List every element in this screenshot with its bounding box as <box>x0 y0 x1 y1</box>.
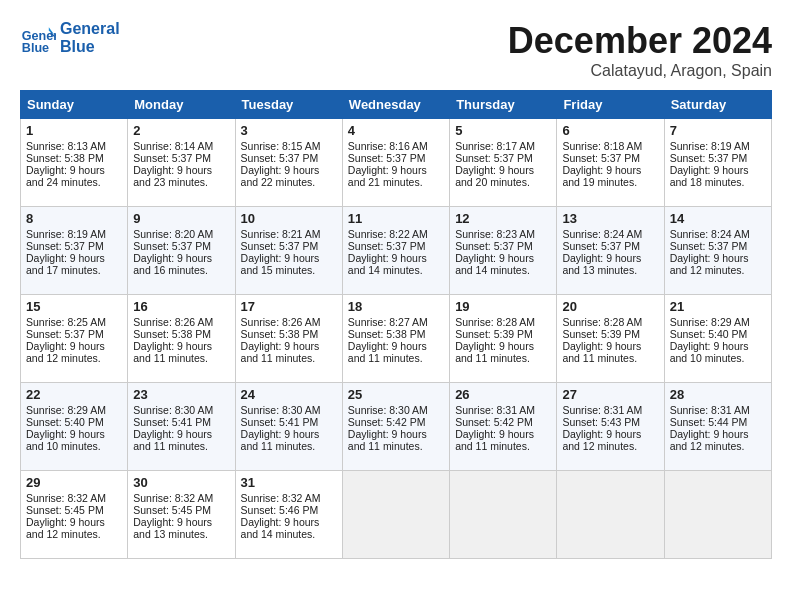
daylight-label: Daylight: 9 hours and 11 minutes. <box>455 340 534 364</box>
daylight-label: Daylight: 9 hours and 11 minutes. <box>348 340 427 364</box>
sunrise-label: Sunrise: 8:19 AM <box>670 140 750 152</box>
calendar-cell: 10Sunrise: 8:21 AMSunset: 5:37 PMDayligh… <box>235 207 342 295</box>
sunset-label: Sunset: 5:39 PM <box>455 328 533 340</box>
sunset-label: Sunset: 5:37 PM <box>241 152 319 164</box>
calendar-cell: 13Sunrise: 8:24 AMSunset: 5:37 PMDayligh… <box>557 207 664 295</box>
day-number: 5 <box>455 123 551 138</box>
calendar-cell: 6Sunrise: 8:18 AMSunset: 5:37 PMDaylight… <box>557 119 664 207</box>
daylight-label: Daylight: 9 hours and 11 minutes. <box>241 340 320 364</box>
calendar-cell: 22Sunrise: 8:29 AMSunset: 5:40 PMDayligh… <box>21 383 128 471</box>
title-area: December 2024 Calatayud, Aragon, Spain <box>508 20 772 80</box>
daylight-label: Daylight: 9 hours and 12 minutes. <box>562 428 641 452</box>
day-number: 2 <box>133 123 229 138</box>
week-row-3: 15Sunrise: 8:25 AMSunset: 5:37 PMDayligh… <box>21 295 772 383</box>
sunrise-label: Sunrise: 8:32 AM <box>133 492 213 504</box>
calendar-cell: 5Sunrise: 8:17 AMSunset: 5:37 PMDaylight… <box>450 119 557 207</box>
sunset-label: Sunset: 5:37 PM <box>133 152 211 164</box>
logo-text: General Blue <box>60 20 120 56</box>
sunset-label: Sunset: 5:37 PM <box>455 240 533 252</box>
sunset-label: Sunset: 5:38 PM <box>348 328 426 340</box>
sunset-label: Sunset: 5:37 PM <box>241 240 319 252</box>
daylight-label: Daylight: 9 hours and 11 minutes. <box>562 340 641 364</box>
daylight-label: Daylight: 9 hours and 13 minutes. <box>133 516 212 540</box>
sunrise-label: Sunrise: 8:29 AM <box>26 404 106 416</box>
sunset-label: Sunset: 5:37 PM <box>562 152 640 164</box>
sunrise-label: Sunrise: 8:29 AM <box>670 316 750 328</box>
sunset-label: Sunset: 5:45 PM <box>133 504 211 516</box>
sunrise-label: Sunrise: 8:25 AM <box>26 316 106 328</box>
daylight-label: Daylight: 9 hours and 22 minutes. <box>241 164 320 188</box>
month-title: December 2024 <box>508 20 772 62</box>
calendar-cell: 19Sunrise: 8:28 AMSunset: 5:39 PMDayligh… <box>450 295 557 383</box>
day-header-row: Sunday Monday Tuesday Wednesday Thursday… <box>21 91 772 119</box>
day-number: 17 <box>241 299 337 314</box>
calendar-cell: 24Sunrise: 8:30 AMSunset: 5:41 PMDayligh… <box>235 383 342 471</box>
daylight-label: Daylight: 9 hours and 12 minutes. <box>670 252 749 276</box>
sunrise-label: Sunrise: 8:23 AM <box>455 228 535 240</box>
svg-text:Blue: Blue <box>22 41 49 55</box>
calendar-cell: 11Sunrise: 8:22 AMSunset: 5:37 PMDayligh… <box>342 207 449 295</box>
calendar-cell: 25Sunrise: 8:30 AMSunset: 5:42 PMDayligh… <box>342 383 449 471</box>
daylight-label: Daylight: 9 hours and 11 minutes. <box>348 428 427 452</box>
calendar-cell <box>664 471 771 559</box>
daylight-label: Daylight: 9 hours and 11 minutes. <box>241 428 320 452</box>
calendar-cell: 26Sunrise: 8:31 AMSunset: 5:42 PMDayligh… <box>450 383 557 471</box>
daylight-label: Daylight: 9 hours and 11 minutes. <box>455 428 534 452</box>
calendar-cell: 4Sunrise: 8:16 AMSunset: 5:37 PMDaylight… <box>342 119 449 207</box>
calendar-cell: 21Sunrise: 8:29 AMSunset: 5:40 PMDayligh… <box>664 295 771 383</box>
col-monday: Monday <box>128 91 235 119</box>
sunset-label: Sunset: 5:40 PM <box>26 416 104 428</box>
calendar-cell: 1Sunrise: 8:13 AMSunset: 5:38 PMDaylight… <box>21 119 128 207</box>
daylight-label: Daylight: 9 hours and 12 minutes. <box>26 516 105 540</box>
daylight-label: Daylight: 9 hours and 24 minutes. <box>26 164 105 188</box>
daylight-label: Daylight: 9 hours and 13 minutes. <box>562 252 641 276</box>
logo-icon: General Blue <box>20 20 56 56</box>
day-number: 10 <box>241 211 337 226</box>
daylight-label: Daylight: 9 hours and 15 minutes. <box>241 252 320 276</box>
sunrise-label: Sunrise: 8:26 AM <box>133 316 213 328</box>
day-number: 29 <box>26 475 122 490</box>
sunset-label: Sunset: 5:46 PM <box>241 504 319 516</box>
day-number: 18 <box>348 299 444 314</box>
sunrise-label: Sunrise: 8:18 AM <box>562 140 642 152</box>
sunrise-label: Sunrise: 8:17 AM <box>455 140 535 152</box>
daylight-label: Daylight: 9 hours and 23 minutes. <box>133 164 212 188</box>
day-number: 4 <box>348 123 444 138</box>
daylight-label: Daylight: 9 hours and 11 minutes. <box>133 428 212 452</box>
calendar-cell: 23Sunrise: 8:30 AMSunset: 5:41 PMDayligh… <box>128 383 235 471</box>
sunrise-label: Sunrise: 8:31 AM <box>670 404 750 416</box>
calendar-cell: 8Sunrise: 8:19 AMSunset: 5:37 PMDaylight… <box>21 207 128 295</box>
day-number: 13 <box>562 211 658 226</box>
calendar-table: Sunday Monday Tuesday Wednesday Thursday… <box>20 90 772 559</box>
calendar-cell <box>557 471 664 559</box>
sunset-label: Sunset: 5:45 PM <box>26 504 104 516</box>
col-sunday: Sunday <box>21 91 128 119</box>
day-number: 6 <box>562 123 658 138</box>
daylight-label: Daylight: 9 hours and 16 minutes. <box>133 252 212 276</box>
daylight-label: Daylight: 9 hours and 17 minutes. <box>26 252 105 276</box>
day-number: 22 <box>26 387 122 402</box>
day-number: 14 <box>670 211 766 226</box>
calendar-cell: 15Sunrise: 8:25 AMSunset: 5:37 PMDayligh… <box>21 295 128 383</box>
col-thursday: Thursday <box>450 91 557 119</box>
sunrise-label: Sunrise: 8:26 AM <box>241 316 321 328</box>
daylight-label: Daylight: 9 hours and 14 minutes. <box>348 252 427 276</box>
daylight-label: Daylight: 9 hours and 11 minutes. <box>133 340 212 364</box>
sunrise-label: Sunrise: 8:22 AM <box>348 228 428 240</box>
sunset-label: Sunset: 5:38 PM <box>26 152 104 164</box>
sunrise-label: Sunrise: 8:27 AM <box>348 316 428 328</box>
day-number: 16 <box>133 299 229 314</box>
sunset-label: Sunset: 5:42 PM <box>455 416 533 428</box>
sunset-label: Sunset: 5:37 PM <box>133 240 211 252</box>
header: General Blue General Blue December 2024 … <box>20 20 772 80</box>
sunset-label: Sunset: 5:42 PM <box>348 416 426 428</box>
day-number: 26 <box>455 387 551 402</box>
daylight-label: Daylight: 9 hours and 12 minutes. <box>670 428 749 452</box>
sunset-label: Sunset: 5:41 PM <box>241 416 319 428</box>
calendar-cell <box>342 471 449 559</box>
sunset-label: Sunset: 5:43 PM <box>562 416 640 428</box>
sunset-label: Sunset: 5:40 PM <box>670 328 748 340</box>
col-friday: Friday <box>557 91 664 119</box>
daylight-label: Daylight: 9 hours and 14 minutes. <box>241 516 320 540</box>
sunrise-label: Sunrise: 8:15 AM <box>241 140 321 152</box>
